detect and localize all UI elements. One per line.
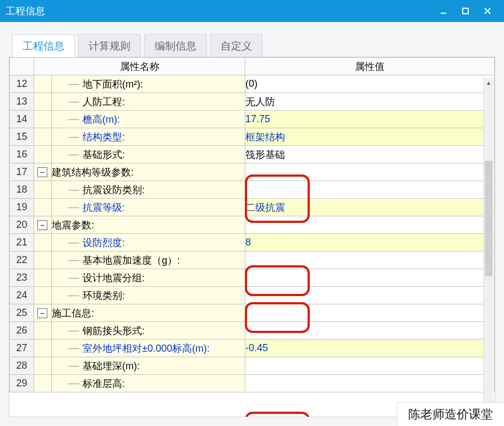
property-value[interactable]: -0.45 (245, 340, 495, 357)
table-row[interactable]: 15结构类型:框架结构 (10, 128, 495, 146)
row-number: 12 (10, 75, 34, 93)
property-value[interactable]: 二级抗震 (245, 199, 495, 216)
row-number: 19 (10, 199, 34, 216)
property-value[interactable] (245, 287, 495, 304)
property-value[interactable] (245, 375, 495, 392)
dialog-window: 工程信息 工程信息 计算规则 编制信息 自定义 (0, 0, 504, 426)
tab-compile-info[interactable]: 编制信息 (144, 34, 207, 57)
table-row[interactable]: 16基础形式:筏形基础 (10, 146, 495, 163)
row-number: 27 (10, 340, 34, 357)
titlebar[interactable]: 工程信息 (0, 0, 504, 22)
maximize-icon (462, 7, 469, 15)
property-value[interactable] (245, 163, 495, 181)
property-value[interactable] (245, 322, 495, 340)
property-value[interactable] (245, 269, 495, 287)
table-row[interactable]: 21设防烈度:8 (10, 234, 495, 252)
table-row[interactable]: 17−建筑结构等级参数: (10, 163, 495, 181)
property-value[interactable] (245, 252, 495, 269)
tree-line-icon (68, 207, 79, 208)
table-row[interactable]: 29标准层高: (10, 375, 495, 392)
table-row[interactable]: 22基本地震加速度（g）: (10, 252, 495, 269)
table-row[interactable]: 24环境类别: (10, 287, 495, 304)
tree-cell (34, 322, 52, 340)
table-row[interactable]: 12地下面积(m²):(0) (10, 75, 495, 93)
property-name-text: 基本地震加速度（g）: (83, 255, 180, 266)
property-value[interactable]: 17.75 (245, 111, 495, 128)
close-button[interactable] (476, 0, 498, 22)
content-area: 工程信息 计算规则 编制信息 自定义 属性名称 (0, 22, 504, 426)
table-row[interactable]: 27室外地坪相对±0.000标高(m):-0.45 (10, 340, 495, 357)
property-name: 设防烈度: (52, 234, 245, 252)
property-name-text: 人防工程: (83, 96, 125, 107)
minimize-button[interactable] (432, 0, 454, 22)
property-name-text: 基础形式: (83, 149, 125, 160)
table-row[interactable]: 25−施工信息: (10, 304, 495, 322)
property-value[interactable]: 无人防 (245, 93, 495, 111)
property-value[interactable] (245, 304, 495, 322)
table-row[interactable]: 20−地震参数: (10, 216, 495, 234)
scroll-up-button[interactable]: ▲ (484, 78, 494, 87)
row-number: 28 (10, 357, 34, 375)
tree-cell[interactable]: − (34, 216, 52, 234)
table-row[interactable]: 19抗震等级:二级抗震 (10, 199, 495, 216)
tree-cell[interactable]: − (34, 163, 52, 181)
tree-line-icon (68, 102, 79, 102)
property-name: 基础埋深(m): (52, 357, 245, 375)
property-name: 地下面积(m²): (52, 75, 245, 93)
property-value[interactable]: 筏形基础 (245, 146, 495, 163)
table-row[interactable]: 18抗震设防类别: (10, 181, 495, 199)
property-name: 人防工程: (52, 93, 245, 111)
property-name: 结构类型: (52, 128, 245, 146)
property-value-text: 8 (245, 237, 251, 248)
vertical-scrollbar[interactable]: ▲ ▼ (483, 78, 494, 416)
tab-calc-rules[interactable]: 计算规则 (78, 34, 141, 57)
row-number: 21 (10, 234, 34, 252)
property-value[interactable] (245, 181, 495, 199)
tab-custom[interactable]: 自定义 (210, 34, 262, 57)
row-number: 24 (10, 287, 34, 304)
tree-line-icon (68, 278, 79, 278)
table-row[interactable]: 14檐高(m):17.75 (10, 111, 495, 128)
table-row[interactable]: 23设计地震分组: (10, 269, 495, 287)
collapse-toggle-icon[interactable]: − (37, 167, 47, 177)
row-number: 22 (10, 252, 34, 269)
tab-bar: 工程信息 计算规则 编制信息 自定义 (9, 34, 495, 57)
scroll-thumb[interactable] (485, 161, 492, 276)
tree-line-icon (68, 296, 79, 296)
property-name: 基本地震加速度（g）: (52, 252, 245, 269)
collapse-toggle-icon[interactable]: − (37, 220, 47, 230)
property-value[interactable]: 框架结构 (245, 128, 495, 146)
property-name-text: 设计地震分组: (83, 272, 145, 283)
property-value[interactable]: (0) (245, 75, 495, 93)
tree-cell (34, 199, 52, 216)
tree-line-icon (68, 84, 79, 85)
tree-line-icon (68, 384, 79, 384)
table-row[interactable]: 28基础埋深(m): (10, 357, 495, 375)
maximize-button[interactable] (454, 0, 476, 22)
property-value[interactable]: 8 (245, 234, 495, 252)
tree-line-icon (68, 348, 79, 349)
row-number: 16 (10, 146, 34, 163)
watermark-label: 陈老师造价课堂 (397, 402, 504, 426)
collapse-toggle-icon[interactable]: − (37, 308, 47, 318)
tree-cell (34, 375, 52, 392)
row-number: 26 (10, 322, 34, 340)
tab-project-info[interactable]: 工程信息 (12, 34, 75, 57)
table-row[interactable]: 13人防工程:无人防 (10, 93, 495, 111)
property-value-text: -0.45 (245, 342, 268, 353)
table-row[interactable]: 26钢筋接头形式: (10, 322, 495, 340)
property-value[interactable] (245, 357, 495, 375)
property-name: 钢筋接头形式: (52, 322, 245, 340)
row-number: 29 (10, 375, 34, 392)
property-name: 建筑结构等级参数: (52, 163, 245, 181)
property-name-text: 室外地坪相对±0.000标高(m): (83, 343, 210, 354)
property-value[interactable] (245, 216, 495, 234)
tree-cell (34, 146, 52, 163)
row-number: 20 (10, 216, 34, 234)
tree-cell[interactable]: − (34, 304, 52, 322)
tree-line-icon (68, 366, 79, 367)
minimize-icon (440, 7, 447, 15)
row-number: 23 (10, 269, 34, 287)
property-name: 地震参数: (52, 216, 245, 234)
row-number: 25 (10, 304, 34, 322)
